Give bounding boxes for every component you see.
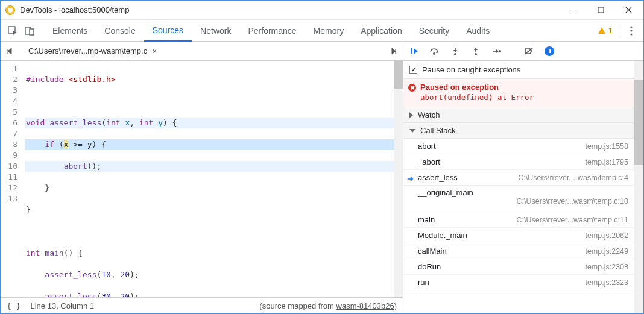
tab-sources[interactable]: Sources bbox=[144, 20, 192, 42]
pause-on-exceptions-button[interactable]: II bbox=[542, 46, 557, 56]
tab-elements[interactable]: Elements bbox=[44, 20, 96, 42]
file-tab-temp-c[interactable]: C:\Users\rrever...mp-wasm\temp.c × bbox=[22, 43, 163, 59]
sources-content: 123 456 789 101112 13 #include <stdlib.h… bbox=[1, 61, 643, 313]
step-button[interactable] bbox=[489, 47, 504, 55]
step-over-icon bbox=[429, 47, 440, 55]
code-body[interactable]: #include <stdlib.h> void assert_less(int… bbox=[22, 61, 403, 297]
callstack-frame[interactable]: __original_mainC:\Users\rrever...wasm\te… bbox=[403, 186, 634, 212]
line-gutter: 123 456 789 101112 13 bbox=[1, 61, 22, 297]
warning-icon bbox=[598, 27, 606, 35]
file-tab-close-icon[interactable]: × bbox=[152, 46, 157, 56]
debugger-controls: II bbox=[403, 46, 643, 56]
pause-on-caught-label: Pause on caught exceptions bbox=[422, 65, 520, 74]
callstack-frame-location: temp.js:2249 bbox=[585, 247, 628, 256]
pause-circle-icon: II bbox=[545, 46, 554, 56]
callstack-frame-location: C:\Users\rrever...wasm\temp.c:10 bbox=[418, 197, 628, 206]
callstack-frame-function: Module._main bbox=[418, 231, 467, 240]
callstack-frame-location: C:\Users\rrever...wasm\temp.c:11 bbox=[517, 216, 628, 224]
callstack-label: Call Stack bbox=[420, 126, 456, 135]
cursor-position: Line 13, Column 1 bbox=[30, 301, 94, 310]
debugger-panes: ✔ Pause on caught exceptions ✖ Paused on… bbox=[403, 61, 643, 313]
checkbox-checked-icon[interactable]: ✔ bbox=[409, 66, 417, 74]
tab-network[interactable]: Network bbox=[192, 20, 239, 42]
svg-point-17 bbox=[499, 50, 501, 52]
callstack-frame-location: temp.js:2062 bbox=[585, 231, 628, 240]
current-frame-arrow-icon: ➔ bbox=[407, 174, 414, 183]
chevron-down-icon bbox=[409, 129, 415, 133]
watch-section-header[interactable]: Watch bbox=[403, 107, 634, 123]
step-over-button[interactable] bbox=[428, 47, 442, 55]
tab-application[interactable]: Application bbox=[352, 20, 411, 42]
tab-security[interactable]: Security bbox=[411, 20, 458, 42]
callstack-frame[interactable]: _aborttemp.js:1795 bbox=[403, 154, 634, 170]
debugger-sidebar: ✔ Pause on caught exceptions ✖ Paused on… bbox=[403, 61, 643, 313]
pretty-print-button[interactable]: { } bbox=[7, 301, 21, 310]
svg-point-8 bbox=[630, 30, 632, 31]
tab-console[interactable]: Console bbox=[96, 20, 144, 42]
window-maximize-button[interactable] bbox=[587, 1, 614, 19]
step-out-button[interactable] bbox=[469, 47, 483, 55]
sources-toolbar: C:\Users\rrever...mp-wasm\temp.c × bbox=[1, 42, 643, 61]
deactivate-breakpoints-button[interactable] bbox=[522, 47, 536, 55]
source-map-info: (source mapped from wasm-81403b26) bbox=[259, 301, 397, 310]
callstack-frame-function: callMain bbox=[418, 246, 447, 256]
window-title: DevTools - localhost:5000/temp bbox=[20, 5, 559, 14]
callstack-frame[interactable]: Module._maintemp.js:2062 bbox=[403, 228, 634, 243]
tab-audits[interactable]: Audits bbox=[458, 20, 498, 42]
tab-memory[interactable]: Memory bbox=[305, 20, 353, 42]
side-panel-icon bbox=[388, 47, 397, 55]
device-icon bbox=[24, 25, 35, 36]
show-debugger-pane-button[interactable] bbox=[385, 43, 400, 59]
file-tab-name: C:\Users\rrever...mp-wasm\temp.c bbox=[28, 46, 147, 55]
more-menu-button[interactable] bbox=[623, 22, 640, 39]
svg-point-13 bbox=[454, 53, 456, 55]
resume-button[interactable] bbox=[407, 47, 421, 55]
callstack-frame-function: assert_less bbox=[418, 173, 458, 182]
device-toolbar-button[interactable] bbox=[21, 22, 38, 39]
editor-file-tabs: C:\Users\rrever...mp-wasm\temp.c × bbox=[1, 42, 403, 60]
step-into-icon bbox=[451, 47, 459, 55]
callstack-frame[interactable]: callMaintemp.js:2249 bbox=[403, 243, 634, 259]
pause-on-caught-row[interactable]: ✔ Pause on caught exceptions bbox=[403, 61, 634, 79]
minimize-icon bbox=[570, 7, 576, 13]
code-editor-pane: 123 456 789 101112 13 #include <stdlib.h… bbox=[1, 61, 403, 313]
divider bbox=[620, 25, 620, 37]
devtools-window: DevTools - localhost:5000/temp Elements … bbox=[0, 0, 644, 314]
code-editor[interactable]: 123 456 789 101112 13 #include <stdlib.h… bbox=[1, 61, 403, 297]
editor-scrollbar-track[interactable] bbox=[394, 61, 403, 297]
window-minimize-button[interactable] bbox=[559, 1, 587, 19]
step-into-button[interactable] bbox=[448, 47, 462, 55]
chevron-right-icon bbox=[409, 112, 413, 118]
callstack-frame-location: C:\Users\rrever...-wasm\temp.c:4 bbox=[518, 174, 628, 182]
svg-rect-6 bbox=[30, 29, 34, 35]
show-navigator-button[interactable] bbox=[3, 43, 19, 59]
sidebar-scrollbar-thumb[interactable] bbox=[634, 80, 643, 165]
source-map-link[interactable]: wasm-81403b26 bbox=[336, 301, 394, 310]
window-close-button[interactable] bbox=[614, 1, 642, 19]
editor-statusbar: { } Line 13, Column 1 (source mapped fro… bbox=[1, 297, 403, 313]
paused-detail: abort(undefined) at Error bbox=[420, 93, 628, 102]
devtools-tabs: Elements Console Sources Network Perform… bbox=[1, 20, 643, 42]
svg-point-15 bbox=[475, 53, 477, 55]
callstack-frame-function: __original_main bbox=[418, 188, 628, 197]
callstack-section-header[interactable]: Call Stack bbox=[403, 123, 634, 139]
callstack-frame-location: temp.js:2308 bbox=[585, 263, 628, 271]
paused-message: ✖ Paused on exception abort(undefined) a… bbox=[403, 79, 634, 107]
svg-rect-1 bbox=[598, 7, 604, 13]
callstack-frame[interactable]: runtemp.js:2323 bbox=[403, 275, 634, 290]
callstack-frame[interactable]: ➔assert_lessC:\Users\rrever...-wasm\temp… bbox=[403, 170, 634, 186]
callstack-frame[interactable]: mainC:\Users\rrever...wasm\temp.c:11 bbox=[403, 212, 634, 228]
callstack-frame[interactable]: doRuntemp.js:2308 bbox=[403, 259, 634, 275]
inspect-element-button[interactable] bbox=[4, 22, 21, 39]
callstack-frame-function: abort bbox=[418, 142, 436, 151]
warnings-count: 1 bbox=[608, 26, 613, 35]
breakpoints-off-icon bbox=[524, 47, 534, 55]
callstack-frame[interactable]: aborttemp.js:1558 bbox=[403, 139, 634, 154]
paused-title: Paused on exception bbox=[420, 83, 628, 92]
svg-rect-10 bbox=[411, 48, 412, 54]
svg-point-7 bbox=[630, 26, 632, 28]
warnings-badge[interactable]: 1 bbox=[593, 26, 617, 35]
tab-performance[interactable]: Performance bbox=[239, 20, 305, 42]
kebab-icon bbox=[630, 26, 633, 36]
editor-scrollbar-thumb[interactable] bbox=[394, 61, 403, 89]
